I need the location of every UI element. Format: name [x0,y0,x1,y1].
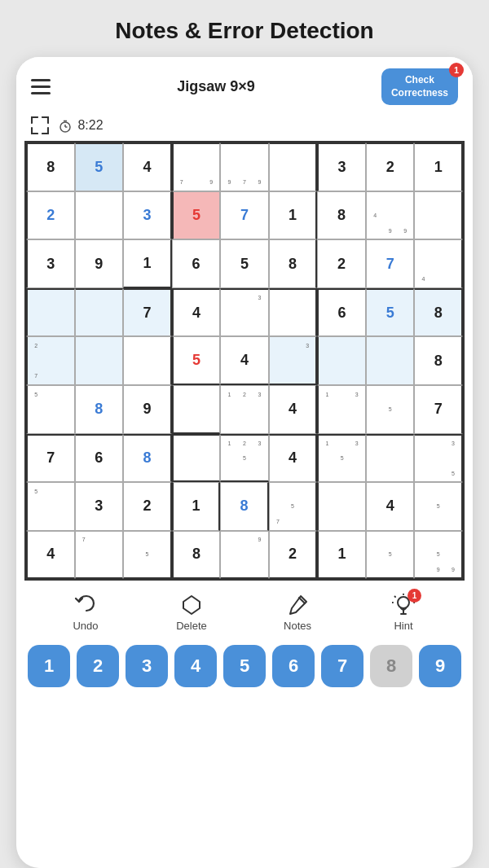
table-row[interactable]: 599 [414,531,463,580]
svg-marker-4 [183,596,200,614]
numpad-button-1[interactable]: 1 [28,645,70,687]
numpad-button-6[interactable]: 6 [272,645,315,687]
table-row[interactable]: 5 [220,239,269,288]
table-row[interactable]: 8 [414,336,463,385]
table-row[interactable]: 2 [366,142,415,191]
table-row[interactable]: 8 [220,482,269,531]
table-row[interactable]: 1 [172,482,221,531]
table-row[interactable]: 8 [172,531,221,580]
table-row[interactable]: 5 [366,531,415,580]
table-row[interactable]: 1235 [220,434,269,483]
table-row[interactable]: 9 [75,239,124,288]
table-row[interactable]: 3 [75,482,124,531]
table-row[interactable] [366,434,415,483]
delete-button[interactable]: Delete [167,594,216,632]
table-row[interactable]: 8 [26,142,75,191]
numpad-button-9[interactable]: 9 [419,645,461,687]
table-row[interactable]: 9 [123,385,172,434]
table-row[interactable]: 8 [269,239,318,288]
table-row[interactable] [75,336,124,385]
table-row[interactable]: 9 [220,531,269,580]
undo-button[interactable]: Undo [61,594,110,632]
table-row[interactable]: 5 [75,142,124,191]
table-row[interactable]: 1 [269,191,318,240]
svg-line-10 [395,597,396,598]
table-row[interactable]: 4 [220,336,269,385]
numpad-button-5[interactable]: 5 [223,645,266,687]
table-row[interactable]: 5 [172,191,221,240]
table-row[interactable]: 5 [366,288,415,337]
table-row[interactable]: 7 [75,531,124,580]
table-row[interactable]: 7 [414,385,463,434]
table-row[interactable] [75,288,124,337]
table-row[interactable]: 4 [414,239,463,288]
table-row[interactable]: 8 [317,191,366,240]
table-row[interactable]: 5 [366,385,415,434]
table-row[interactable]: 135 [317,434,366,483]
table-row[interactable] [172,434,221,483]
table-row[interactable]: 1 [414,142,463,191]
table-row[interactable]: 2 [317,239,366,288]
table-row[interactable] [317,336,366,385]
table-row[interactable]: 27 [26,336,75,385]
table-row[interactable]: 4 [172,288,221,337]
table-row[interactable]: 4 [366,482,415,531]
table-row[interactable]: 79 [172,142,221,191]
table-row[interactable] [75,191,124,240]
table-row[interactable]: 123 [220,385,269,434]
table-row[interactable]: 57 [269,482,318,531]
table-row[interactable]: 7 [26,434,75,483]
table-row[interactable]: 4 [269,385,318,434]
table-row[interactable]: 5 [414,482,463,531]
table-row[interactable]: 5 [123,531,172,580]
table-row[interactable]: 1 [317,531,366,580]
table-row[interactable]: 3 [26,239,75,288]
table-row[interactable]: 3 [317,142,366,191]
notes-button[interactable]: Notes [273,594,322,632]
table-row[interactable] [269,142,318,191]
numpad-button-3[interactable]: 3 [126,645,168,687]
numpad-button-4[interactable]: 4 [174,645,217,687]
table-row[interactable]: 6 [317,288,366,337]
table-row[interactable] [172,385,221,434]
table-row[interactable]: 8 [75,385,124,434]
table-row[interactable]: 4 [123,142,172,191]
table-row[interactable]: 1 [123,239,172,288]
numpad-button-8[interactable]: 8 [370,645,412,687]
table-row[interactable] [26,288,75,337]
table-row[interactable]: 3 [123,191,172,240]
table-row[interactable]: 3 [269,336,318,385]
hint-button[interactable]: 1 Hint [379,594,428,632]
table-row[interactable]: 4 [269,434,318,483]
table-row[interactable] [123,336,172,385]
table-row[interactable]: 7 [366,239,415,288]
table-row[interactable]: 13 [317,385,366,434]
table-row[interactable] [414,191,463,240]
table-row[interactable]: 8 [414,288,463,337]
numpad-button-7[interactable]: 7 [321,645,363,687]
table-row[interactable]: 6 [75,434,124,483]
table-row[interactable] [366,336,415,385]
table-row[interactable]: 2 [123,482,172,531]
table-row[interactable]: 979 [220,142,269,191]
check-correctness-button[interactable]: Check Correctness 1 [381,68,458,105]
table-row[interactable]: 3 [220,288,269,337]
table-row[interactable]: 7 [220,191,269,240]
table-row[interactable]: 2 [26,191,75,240]
menu-button[interactable] [31,79,51,94]
table-row[interactable]: 5 [26,482,75,531]
table-row[interactable] [317,482,366,531]
expand-icon[interactable] [31,116,49,134]
table-row[interactable]: 5 [26,385,75,434]
svg-point-6 [398,597,409,608]
table-row[interactable]: 2 [269,531,318,580]
numpad-button-2[interactable]: 2 [77,645,119,687]
table-row[interactable]: 499 [366,191,415,240]
table-row[interactable]: 8 [123,434,172,483]
table-row[interactable]: 35 [414,434,463,483]
table-row[interactable]: 4 [26,531,75,580]
table-row[interactable]: 5 [172,336,221,385]
table-row[interactable] [269,288,318,337]
table-row[interactable]: 7 [123,288,172,337]
table-row[interactable]: 6 [172,239,221,288]
